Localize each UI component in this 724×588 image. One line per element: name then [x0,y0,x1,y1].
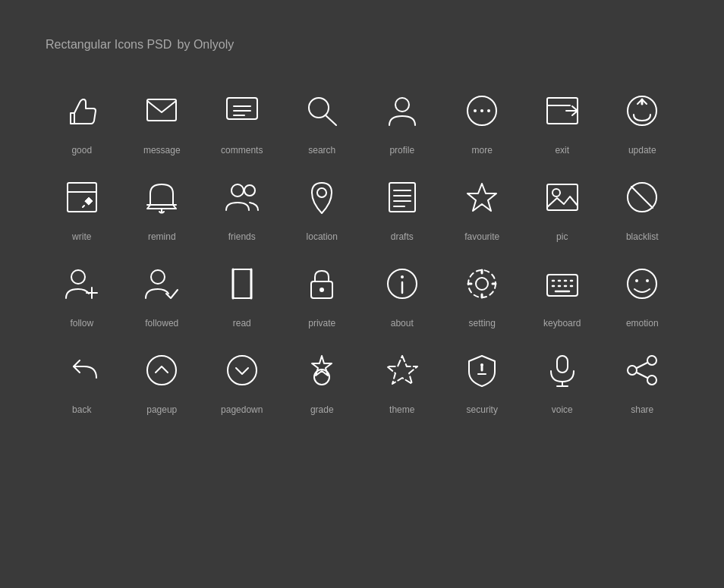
icon-exit[interactable]: exit [526,84,599,156]
icon-message[interactable]: message [126,84,199,156]
icon-theme[interactable]: theme [366,344,439,415]
svg-point-34 [71,270,85,284]
icon-pagedown[interactable]: pagedown [206,344,279,415]
icon-pic[interactable]: pic [526,171,599,242]
icon-more[interactable]: more [446,84,519,156]
svg-point-42 [320,288,324,292]
icon-back[interactable]: back [46,344,118,415]
svg-point-7 [395,98,409,112]
svg-point-78 [647,376,656,385]
svg-point-10 [480,109,483,112]
icon-follow[interactable]: follow [46,257,118,329]
svg-point-77 [628,366,637,375]
svg-marker-29 [467,184,496,211]
icons-grid: good message comments [46,84,678,415]
svg-line-19 [83,206,84,207]
title-sub: by Onlyoly [178,38,235,51]
svg-point-37 [151,270,165,284]
icon-emotion[interactable]: emotion [606,257,679,329]
icon-share[interactable]: share [606,344,679,415]
icon-private[interactable]: private [286,257,359,329]
icon-location[interactable]: location [286,171,359,242]
title-main: Rectangular Icons PSD [46,38,172,51]
icon-favourite[interactable]: favourite [446,171,519,242]
svg-point-11 [487,109,490,112]
svg-point-45 [401,275,404,278]
svg-rect-0 [147,99,176,121]
svg-rect-30 [547,184,578,210]
icon-setting[interactable]: setting [446,257,519,329]
icon-update[interactable]: update [606,84,679,156]
svg-point-63 [635,279,638,282]
icon-pageup[interactable]: pageup [126,344,199,415]
svg-point-21 [231,184,244,197]
icon-drafts[interactable]: drafts [366,171,439,242]
svg-point-22 [244,185,255,196]
icon-security[interactable]: security [446,344,519,415]
svg-point-71 [480,363,483,366]
svg-line-6 [326,115,336,125]
svg-point-9 [474,109,477,112]
icon-blacklist[interactable]: blacklist [606,171,679,242]
svg-point-31 [552,189,560,197]
svg-point-76 [647,356,656,365]
svg-point-23 [317,188,326,197]
svg-marker-69 [387,356,417,384]
page-title: Rectangular Icons PSD by Onlyoly [46,30,678,54]
icon-search[interactable]: search [286,84,359,156]
icon-followed[interactable]: followed [126,257,199,329]
icon-grade[interactable]: grade [286,344,359,415]
icon-keyboard[interactable]: keyboard [526,257,599,329]
icon-friends[interactable]: friends [206,171,279,242]
icon-profile[interactable]: profile [366,84,439,156]
icon-good[interactable]: good [46,84,118,156]
svg-line-33 [631,187,653,208]
svg-point-66 [228,356,257,385]
svg-rect-73 [557,356,568,373]
svg-point-65 [147,356,176,385]
svg-point-46 [476,278,488,290]
icon-about[interactable]: about [366,257,439,329]
svg-rect-24 [389,183,415,212]
icon-voice[interactable]: voice [526,344,599,415]
svg-point-62 [628,269,656,298]
icon-read[interactable]: read [206,257,279,329]
icon-comments[interactable]: comments [206,84,279,156]
icon-remind[interactable]: remind [126,171,199,242]
svg-rect-17 [68,183,96,212]
svg-line-79 [637,363,647,368]
icon-write[interactable]: write [46,171,118,242]
svg-rect-38 [233,269,251,298]
svg-rect-52 [547,275,578,296]
svg-line-80 [637,373,647,378]
svg-point-64 [646,279,649,282]
